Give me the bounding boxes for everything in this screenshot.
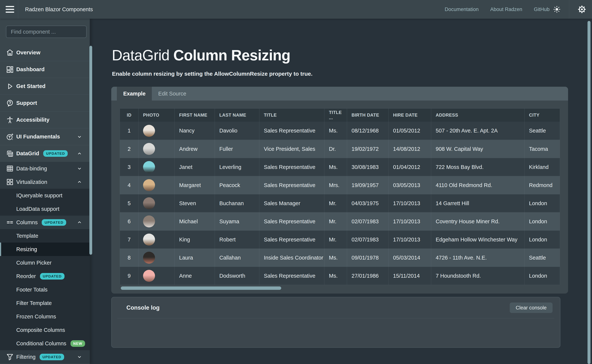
app-window: Radzen Blazor Components Documentation A… xyxy=(0,0,592,364)
sidebar-item-dashboard[interactable]: Dashboard xyxy=(0,61,90,78)
theme-toggle-button[interactable] xyxy=(553,6,561,13)
console-card: Console log Clear console xyxy=(111,297,560,348)
table-icon xyxy=(6,164,14,173)
column-header-address[interactable]: ADDRESS xyxy=(431,109,525,122)
sidebar-item-column-picker[interactable]: Column Picker xyxy=(0,256,90,269)
cell-first-name: King xyxy=(175,231,215,248)
hamburger-bar xyxy=(6,9,14,10)
table-horizontal-scrollbar[interactable] xyxy=(120,286,560,290)
cell-first-name: Margaret xyxy=(175,176,215,194)
tab-edit-source[interactable]: Edit Source xyxy=(152,87,193,101)
table-row[interactable]: 6 Michael Suyama Sales Representative Mr… xyxy=(120,212,560,230)
page-subtitle: Enable column resizing by setting the Al… xyxy=(112,71,592,77)
cell-photo xyxy=(138,267,175,285)
avatar xyxy=(143,179,155,191)
table-row[interactable]: 4 Margaret Peacock Sales Representative … xyxy=(120,176,560,194)
settings-button[interactable] xyxy=(577,5,586,14)
sidebar-item-label: Footer Totals xyxy=(16,287,47,293)
cell-photo xyxy=(138,140,175,158)
columns-icon xyxy=(6,218,14,227)
table-row[interactable]: 3 Janet Leverling Sales Representative M… xyxy=(120,158,560,176)
main-content: DataGrid Column Resizing Enable column r… xyxy=(90,19,592,364)
cell-last-name: Leverling xyxy=(215,158,259,176)
sidebar-item-columns[interactable]: Columns UPDATED xyxy=(0,216,90,229)
sidebar-item-overview[interactable]: Overview xyxy=(0,44,90,61)
column-header-title[interactable]: TITLE xyxy=(259,109,324,122)
sidebar-item-resizing[interactable]: Resizing xyxy=(0,242,90,256)
table-row[interactable]: 2 Andrew Fuller Vice President, Sales Dr… xyxy=(120,140,560,158)
sidebar-item-virtualization[interactable]: Virtualization xyxy=(0,175,90,189)
hamburger-menu-button[interactable] xyxy=(6,6,14,13)
column-header-birth-date[interactable]: BIRTH DATE xyxy=(347,109,388,122)
tab-strip: Example Edit Source xyxy=(111,87,568,101)
cell-hire-date: 17/10/2013 xyxy=(388,194,431,212)
table-row[interactable]: 8 Laura Callahan Inside Sales Coordinato… xyxy=(120,248,560,267)
sidebar-item-footer-totals[interactable]: Footer Totals xyxy=(0,283,90,296)
avatar xyxy=(143,125,155,137)
cell-last-name: Buchanan xyxy=(215,194,259,212)
cell-id: 5 xyxy=(120,194,138,212)
cell-birth-date: 02/07/1983 xyxy=(347,231,388,248)
cell-id: 4 xyxy=(120,176,138,194)
cell-title: Inside Sales Coordinator xyxy=(259,249,324,267)
typography-icon xyxy=(6,132,14,141)
column-header-id[interactable]: ID xyxy=(120,109,138,122)
horizontal-scrollbar-thumb[interactable] xyxy=(121,286,281,290)
datagrid-icon xyxy=(6,149,14,158)
search-input[interactable] xyxy=(6,26,86,38)
clear-console-button[interactable]: Clear console xyxy=(510,303,553,313)
sidebar-item-accessibility[interactable]: Accessibility xyxy=(0,111,90,128)
sidebar-item-composite-columns[interactable]: Composite Columns xyxy=(0,323,90,337)
page-scrollbar[interactable] xyxy=(587,21,591,364)
column-header-first-name[interactable]: FIRST NAME xyxy=(175,109,215,122)
tab-example[interactable]: Example xyxy=(117,87,152,101)
cell-first-name: Anne xyxy=(175,267,215,285)
sidebar-item-conditional-columns[interactable]: Conditional Columns NEW xyxy=(0,337,90,350)
sidebar-item-reorder[interactable]: Reorder UPDATED xyxy=(0,269,90,283)
avatar xyxy=(143,215,155,228)
column-header-hire-date[interactable]: HIRE DATE xyxy=(388,109,431,122)
sidebar-item-label: DataGrid xyxy=(16,150,39,156)
sidebar-item-support[interactable]: Support xyxy=(0,95,90,111)
cell-title-of-courtesy: Ms. xyxy=(324,122,347,140)
sidebar-item-data-binding[interactable]: Data-binding xyxy=(0,162,90,175)
cell-title: Sales Manager xyxy=(259,194,324,212)
play-icon xyxy=(6,82,14,91)
nav-link-documentation[interactable]: Documentation xyxy=(445,6,479,12)
sidebar-item-ui-fundamentals[interactable]: UI Fundamentals xyxy=(0,128,90,145)
nav-link-github[interactable]: GitHub xyxy=(534,6,550,12)
cell-title-of-courtesy: Ms. xyxy=(324,267,347,285)
table-row[interactable]: 5 Steven Buchanan Sales Manager Mr. 04/0… xyxy=(120,194,560,212)
dashboard-icon xyxy=(6,65,14,74)
sidebar-item-loaddata-support[interactable]: LoadData support xyxy=(0,202,90,216)
cell-title: Sales Representative xyxy=(259,122,324,140)
sidebar-item-label: Resizing xyxy=(16,246,37,253)
column-header-city[interactable]: CITY xyxy=(525,109,560,122)
cell-title: Sales Representative xyxy=(259,158,324,176)
cell-first-name: Laura xyxy=(175,249,215,267)
sidebar-item-iqueryable-support[interactable]: IQueryable support xyxy=(0,189,90,202)
cell-city: London xyxy=(525,194,560,212)
column-header-last-name[interactable]: LAST NAME xyxy=(215,109,259,122)
table-row[interactable]: 7 King Robert Sales Representative Mr. 0… xyxy=(120,230,560,248)
nav-link-about-radzen[interactable]: About Radzen xyxy=(490,6,522,12)
sidebar-item-template[interactable]: Template xyxy=(0,229,90,242)
table-row[interactable]: 9 Anne Dodsworth Sales Representative Ms… xyxy=(120,267,560,285)
cell-first-name: Michael xyxy=(175,213,215,230)
column-header-photo[interactable]: PHOTO xyxy=(138,109,175,122)
sidebar-item-datagrid[interactable]: DataGrid UPDATED xyxy=(0,145,90,162)
sidebar-item-frozen-columns[interactable]: Frozen Columns xyxy=(0,310,90,323)
sidebar-item-get-started[interactable]: Get Started xyxy=(0,78,90,95)
sidebar-scrollbar[interactable] xyxy=(89,46,92,255)
sidebar-item-filtering[interactable]: Filtering UPDATED xyxy=(0,350,90,364)
cell-id: 8 xyxy=(120,249,138,267)
sidebar-item-filter-template[interactable]: Filter Template xyxy=(0,296,90,310)
hamburger-bar xyxy=(6,6,14,7)
chevron-down-icon xyxy=(77,166,82,171)
column-header-title-of-courtesy[interactable]: TITLE ... xyxy=(324,109,347,122)
cell-city: Kirkland xyxy=(525,158,560,176)
cell-birth-date: 19/02/1972 xyxy=(347,140,388,158)
avatar xyxy=(143,270,155,282)
sidebar-nav: Overview Dashboard Get Started xyxy=(0,44,90,364)
table-row[interactable]: 1 Nancy Davolio Sales Representative Ms.… xyxy=(120,122,560,140)
